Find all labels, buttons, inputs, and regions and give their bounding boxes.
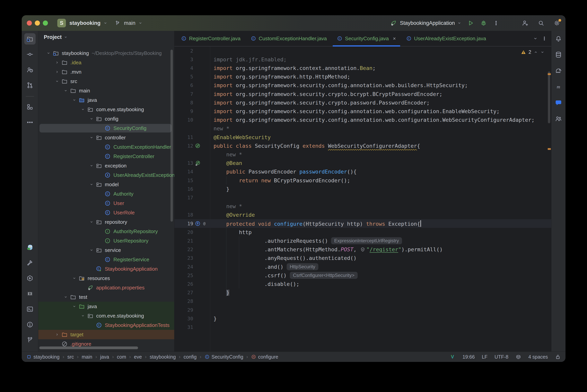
tree-item-useralreadyexistexception[interactable]: UserAlreadyExistException (38, 170, 174, 180)
tool-more-button[interactable] (24, 117, 36, 128)
line-number[interactable]: 29 (174, 307, 193, 313)
tree-chevron-icon[interactable] (88, 135, 95, 140)
breadcrumb-item-configure[interactable]: mconfigure (251, 354, 278, 360)
tool-notifications-button[interactable] (555, 35, 562, 42)
tree-item-main[interactable]: main (38, 86, 174, 95)
line-number[interactable]: 6 (174, 82, 193, 88)
tool-structure-button[interactable] (24, 101, 36, 112)
tree-chevron-icon[interactable] (62, 295, 69, 299)
line-number[interactable]: 20 (174, 230, 193, 235)
tree-item-staybookingapplication[interactable]: CStaybookingApplication (38, 264, 174, 274)
tree-item-test[interactable]: test (38, 292, 174, 302)
tree-item-userrole[interactable]: EUserRole (38, 208, 174, 217)
line-number[interactable]: 2 (174, 48, 193, 54)
tree-chevron-icon[interactable] (79, 314, 87, 318)
breadcrumb-item-src[interactable]: src (67, 354, 74, 360)
readonly-toggle[interactable] (555, 354, 561, 360)
tree-chevron-icon[interactable] (62, 88, 69, 93)
chevron-down-icon[interactable] (533, 36, 538, 41)
breadcrumb-item-staybooking[interactable]: staybooking (150, 354, 176, 360)
tab-customexceptionhandler-java[interactable]: CCustomExceptionHandler.java (246, 31, 332, 46)
line-number[interactable]: 30 (174, 316, 193, 322)
minimize-window-button[interactable] (35, 20, 40, 26)
tree-item-resources[interactable]: resources (38, 274, 174, 283)
tree-item-service[interactable]: service (38, 246, 174, 255)
tree-item-user[interactable]: CUser (38, 198, 174, 208)
tree-item-registercontroller[interactable]: CRegisterController (38, 152, 174, 161)
tree-chevron-icon[interactable] (71, 276, 78, 280)
search-button[interactable] (538, 20, 544, 26)
tree-chevron-icon[interactable] (71, 98, 78, 102)
breadcrumb-item-java[interactable]: java (100, 354, 109, 360)
line-number[interactable]: 14 (174, 169, 193, 174)
line-number[interactable]: 17 (174, 195, 193, 200)
tree-item-com-eve-staybooking[interactable]: com.eve.staybooking (38, 105, 174, 114)
file-encoding[interactable]: UTF-8 (494, 354, 508, 360)
tree-item-repository[interactable]: repository (38, 217, 174, 227)
tree-item-registerservice[interactable]: CRegisterService (38, 255, 174, 264)
run-button[interactable] (467, 20, 474, 26)
tool-database-button[interactable] (555, 51, 562, 58)
add-user-button[interactable] (522, 20, 529, 26)
line-number[interactable]: 7 (174, 91, 193, 97)
tree-chevron-icon[interactable] (54, 332, 61, 337)
line-number[interactable]: 21 (174, 238, 193, 244)
tree-chevron-icon[interactable] (79, 107, 87, 112)
tree-item-authorityrepository[interactable]: IAuthorityRepository (38, 227, 174, 236)
breadcrumb-item-config[interactable]: config (184, 354, 197, 360)
settings-button[interactable] (553, 20, 560, 26)
line-number[interactable]: 28 (174, 298, 193, 304)
line-number[interactable]: 22 (174, 246, 193, 252)
tree-item-userrepository[interactable]: IUserRepository (38, 236, 174, 246)
line-separator[interactable]: LF (482, 354, 487, 360)
tree-item-config[interactable]: config (38, 114, 174, 124)
line-number[interactable]: 27 (174, 290, 193, 296)
at-icon[interactable]: @ (201, 220, 207, 226)
run-configuration-name[interactable]: StaybookingApplication (400, 20, 455, 26)
line-number[interactable]: 8 (174, 100, 193, 106)
bean-method-icon[interactable] (195, 160, 201, 166)
tool-code-with-me-button[interactable] (555, 115, 562, 122)
line-number[interactable]: 4 (174, 65, 193, 71)
tool-commit-button[interactable] (24, 49, 36, 60)
tree-item-java[interactable]: java (38, 302, 174, 311)
line-number[interactable]: 12 (174, 143, 193, 149)
tree-item-com-eve-staybooking[interactable]: com.eve.staybooking (38, 311, 174, 320)
tree-chevron-icon[interactable] (88, 116, 95, 121)
tree-item-authority[interactable]: CAuthority (38, 189, 174, 198)
tab-registercontroller-java[interactable]: CRegisterController.java (176, 31, 246, 46)
close-tab-icon[interactable]: × (393, 36, 396, 42)
line-number[interactable]: 16 (174, 186, 193, 192)
tool-build-button[interactable] (24, 257, 36, 268)
breadcrumb-item-com[interactable]: com (117, 354, 126, 360)
project-avatar[interactable]: S (57, 19, 66, 27)
tree-vertical-scrollbar[interactable] (171, 50, 173, 222)
indent-setting[interactable]: 4 spaces (528, 354, 548, 360)
breadcrumb-item-staybooking[interactable]: staybooking (27, 354, 60, 360)
tree-item-controller[interactable]: controller (38, 133, 174, 142)
tree-chevron-icon[interactable] (88, 248, 95, 252)
breadcrumb-item-securityconfig[interactable]: CSecurityConfig (205, 354, 243, 360)
tree-item-staybooking[interactable]: staybooking~/Desktop/Projects/StayBookin… (38, 48, 174, 58)
caret-position[interactable]: 19:66 (462, 354, 475, 360)
close-window-button[interactable] (27, 20, 32, 26)
line-number[interactable]: 31 (174, 324, 193, 330)
line-number[interactable]: 24 (174, 264, 193, 270)
tab-useralreadyexistexception-java[interactable]: CUserAlreadyExistException.java (401, 31, 491, 46)
debug-button[interactable] (480, 20, 487, 26)
chevron-down-icon[interactable] (64, 35, 68, 39)
tree-chevron-icon[interactable] (88, 163, 95, 168)
chevron-down-icon[interactable] (457, 21, 461, 25)
tree-item-model[interactable]: model (38, 180, 174, 189)
tool-problems-button[interactable] (24, 319, 36, 330)
line-number[interactable]: 23 (174, 255, 193, 261)
tree-item-customexceptionhandler[interactable]: CCustomExceptionHandler (38, 142, 174, 152)
tree-item-securityconfig[interactable]: CSecurityConfig (38, 124, 174, 133)
tool-find-button[interactable] (24, 288, 36, 299)
zoom-window-button[interactable] (43, 20, 48, 26)
line-number[interactable]: 13 (174, 160, 193, 166)
tree-item-application-properties[interactable]: application.properties (38, 283, 174, 292)
run-configuration[interactable]: StaybookingApplication (390, 20, 461, 26)
line-number[interactable]: 18 (174, 212, 193, 218)
tool-services-button[interactable] (24, 272, 36, 284)
